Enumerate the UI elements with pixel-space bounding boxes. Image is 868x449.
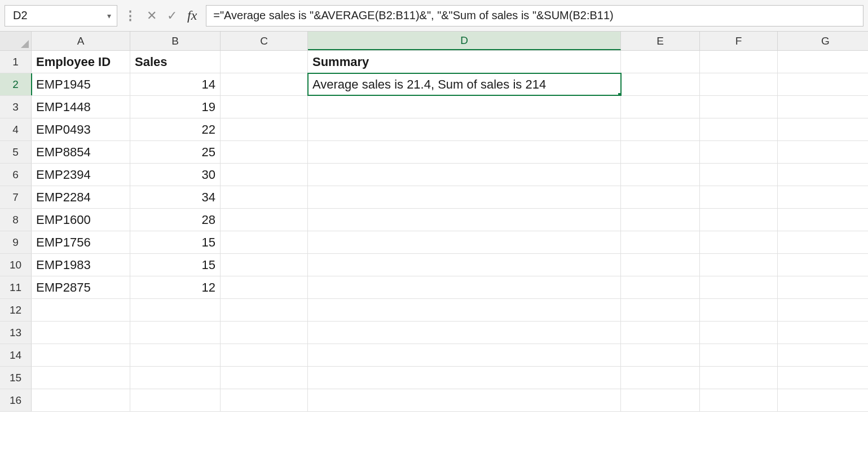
cell-F12[interactable]	[700, 299, 778, 321]
cell-C13[interactable]	[221, 322, 308, 344]
name-box[interactable]: D2 ▾	[5, 5, 117, 27]
cell-E3[interactable]	[621, 96, 700, 118]
cell-F2[interactable]	[700, 73, 778, 95]
cell-G6[interactable]	[778, 164, 868, 186]
cell-B13[interactable]	[130, 322, 221, 344]
cell-G16[interactable]	[778, 389, 868, 411]
row-header[interactable]: 7	[0, 186, 32, 208]
row-header[interactable]: 2	[0, 73, 32, 95]
cell-B11[interactable]: 12	[130, 276, 221, 298]
cell-D12[interactable]	[308, 299, 621, 321]
cell-D14[interactable]	[308, 344, 621, 366]
cell-D2[interactable]: Average sales is 21.4, Sum of sales is 2…	[308, 73, 621, 95]
cell-E8[interactable]	[621, 209, 700, 231]
cell-D3[interactable]	[308, 96, 621, 118]
cell-D1[interactable]: Summary	[308, 51, 621, 73]
cell-A6[interactable]: EMP2394	[32, 164, 130, 186]
row-header[interactable]: 14	[0, 344, 32, 366]
cell-E11[interactable]	[621, 276, 700, 298]
cell-D6[interactable]	[308, 164, 621, 186]
cell-C5[interactable]	[221, 141, 308, 163]
column-header-c[interactable]: C	[221, 32, 308, 50]
cell-C12[interactable]	[221, 299, 308, 321]
cell-B9[interactable]: 15	[130, 231, 221, 253]
cell-E2[interactable]	[621, 73, 700, 95]
cell-F16[interactable]	[700, 389, 778, 411]
row-header[interactable]: 15	[0, 367, 32, 389]
cell-A3[interactable]: EMP1448	[32, 96, 130, 118]
cell-G9[interactable]	[778, 231, 868, 253]
cell-F10[interactable]	[700, 254, 778, 276]
cell-A2[interactable]: EMP1945	[32, 73, 130, 95]
cell-F14[interactable]	[700, 344, 778, 366]
cell-A1[interactable]: Employee ID	[32, 51, 130, 73]
cell-C8[interactable]	[221, 209, 308, 231]
column-header-b[interactable]: B	[130, 32, 221, 50]
cell-B4[interactable]: 22	[130, 118, 221, 140]
cell-A13[interactable]	[32, 322, 130, 344]
fx-icon[interactable]: fx	[184, 8, 202, 23]
cell-A16[interactable]	[32, 389, 130, 411]
cell-D4[interactable]	[308, 118, 621, 140]
cell-B1[interactable]: Sales	[130, 51, 221, 73]
cell-C11[interactable]	[221, 276, 308, 298]
cell-G15[interactable]	[778, 367, 868, 389]
cell-D11[interactable]	[308, 276, 621, 298]
cell-E10[interactable]	[621, 254, 700, 276]
cell-D10[interactable]	[308, 254, 621, 276]
cell-B6[interactable]: 30	[130, 164, 221, 186]
row-header[interactable]: 8	[0, 209, 32, 231]
cell-B5[interactable]: 25	[130, 141, 221, 163]
cell-C2[interactable]	[221, 73, 308, 95]
cell-D15[interactable]	[308, 367, 621, 389]
cell-E1[interactable]	[621, 51, 700, 73]
cell-E15[interactable]	[621, 367, 700, 389]
cell-D8[interactable]	[308, 209, 621, 231]
cell-A12[interactable]	[32, 299, 130, 321]
formula-input[interactable]: ="Average sales is "&AVERAGE(B2:B11)&", …	[206, 5, 863, 27]
cell-G4[interactable]	[778, 118, 868, 140]
column-header-f[interactable]: F	[700, 32, 778, 50]
cell-B3[interactable]: 19	[130, 96, 221, 118]
row-header[interactable]: 11	[0, 276, 32, 298]
cell-C4[interactable]	[221, 118, 308, 140]
column-header-d[interactable]: D	[308, 32, 621, 50]
cell-B8[interactable]: 28	[130, 209, 221, 231]
cell-F3[interactable]	[700, 96, 778, 118]
cell-D16[interactable]	[308, 389, 621, 411]
cell-B7[interactable]: 34	[130, 186, 221, 208]
column-header-g[interactable]: G	[778, 32, 868, 50]
row-header[interactable]: 3	[0, 96, 32, 118]
cell-F13[interactable]	[700, 322, 778, 344]
cell-A7[interactable]: EMP2284	[32, 186, 130, 208]
cancel-icon[interactable]: ✕	[143, 7, 160, 24]
cell-E12[interactable]	[621, 299, 700, 321]
cell-D9[interactable]	[308, 231, 621, 253]
cell-E6[interactable]	[621, 164, 700, 186]
cell-B14[interactable]	[130, 344, 221, 366]
column-header-a[interactable]: A	[32, 32, 130, 50]
row-header[interactable]: 13	[0, 322, 32, 344]
cell-E14[interactable]	[621, 344, 700, 366]
cell-F15[interactable]	[700, 367, 778, 389]
cell-A4[interactable]: EMP0493	[32, 118, 130, 140]
cell-E5[interactable]	[621, 141, 700, 163]
cell-A5[interactable]: EMP8854	[32, 141, 130, 163]
row-header[interactable]: 1	[0, 51, 32, 73]
cell-F5[interactable]	[700, 141, 778, 163]
row-header[interactable]: 9	[0, 231, 32, 253]
cell-F6[interactable]	[700, 164, 778, 186]
cell-G14[interactable]	[778, 344, 868, 366]
cell-E16[interactable]	[621, 389, 700, 411]
cell-D13[interactable]	[308, 322, 621, 344]
cell-F7[interactable]	[700, 186, 778, 208]
cell-F11[interactable]	[700, 276, 778, 298]
cell-A14[interactable]	[32, 344, 130, 366]
select-all-corner[interactable]	[0, 32, 32, 50]
cell-B2[interactable]: 14	[130, 73, 221, 95]
row-header[interactable]: 6	[0, 164, 32, 186]
cell-E9[interactable]	[621, 231, 700, 253]
cell-A9[interactable]: EMP1756	[32, 231, 130, 253]
row-header[interactable]: 16	[0, 389, 32, 411]
cell-D7[interactable]	[308, 186, 621, 208]
